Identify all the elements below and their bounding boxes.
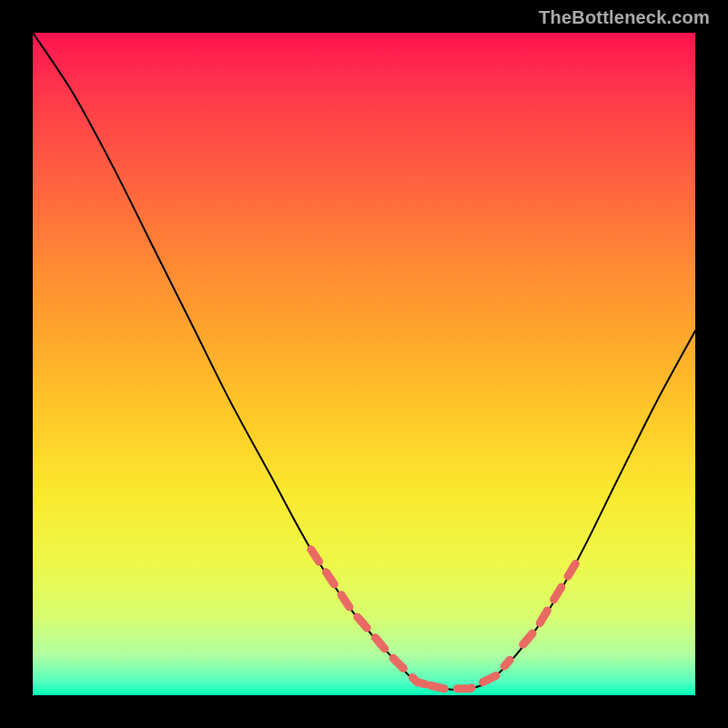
- watermark-label: TheBottleneck.com: [539, 7, 710, 28]
- sweet-spot-right-marker: [523, 562, 576, 644]
- plot-area: [33, 33, 695, 695]
- sweet-spot-left-marker: [311, 550, 430, 685]
- bottleneck-curve: [33, 33, 695, 690]
- valley-floor-marker: [430, 660, 510, 689]
- chart-stage: TheBottleneck.com: [0, 0, 728, 728]
- curve-svg: [33, 33, 695, 695]
